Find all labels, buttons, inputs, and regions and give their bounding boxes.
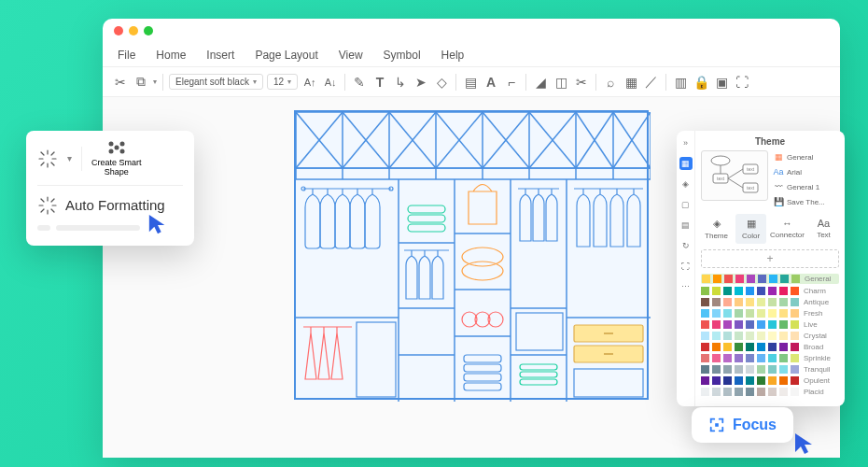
color-swatch[interactable]: [768, 298, 777, 306]
text-icon[interactable]: T: [371, 74, 388, 91]
font-style-icon[interactable]: A: [483, 74, 499, 91]
color-swatch[interactable]: [791, 365, 799, 374]
focus-button[interactable]: Focus: [692, 407, 793, 443]
color-swatch[interactable]: [735, 343, 743, 351]
menu-view[interactable]: View: [339, 49, 363, 62]
color-swatch[interactable]: [768, 376, 777, 385]
color-swatch[interactable]: [768, 332, 777, 340]
theme-tab-theme[interactable]: ◈Theme: [701, 214, 732, 244]
color-swatch[interactable]: [712, 332, 721, 340]
color-swatch[interactable]: [701, 332, 709, 340]
color-swatch[interactable]: [746, 343, 754, 351]
color-swatch[interactable]: [746, 309, 754, 318]
connector-icon[interactable]: ↳: [392, 74, 409, 91]
minimize-dot[interactable]: [129, 26, 138, 35]
palette-row[interactable]: Tranquil: [701, 365, 839, 374]
palette-row[interactable]: Fresh: [701, 309, 839, 318]
color-swatch[interactable]: [735, 332, 743, 340]
color-swatch[interactable]: [723, 388, 732, 396]
color-swatch[interactable]: [757, 354, 765, 362]
increase-font-icon[interactable]: A↑: [301, 74, 318, 91]
color-swatch[interactable]: [735, 287, 743, 295]
pen-icon[interactable]: ✎: [351, 74, 368, 91]
theme-tab-color[interactable]: ▦Color: [735, 214, 766, 244]
color-swatch[interactable]: [779, 320, 788, 329]
spark-icon[interactable]: [37, 149, 58, 169]
color-swatch[interactable]: [746, 298, 754, 306]
maximize-dot[interactable]: [144, 26, 153, 35]
color-swatch[interactable]: [735, 309, 743, 318]
color-swatch[interactable]: [779, 388, 788, 396]
color-swatch[interactable]: [779, 343, 788, 351]
color-swatch[interactable]: [712, 354, 721, 362]
layout-icon[interactable]: ▥: [672, 74, 689, 91]
color-swatch[interactable]: [746, 320, 754, 329]
color-swatch[interactable]: [735, 388, 743, 396]
color-swatch[interactable]: [723, 287, 732, 295]
fullscreen-icon[interactable]: ⛶: [679, 260, 693, 273]
color-swatch[interactable]: [712, 309, 721, 318]
color-swatch[interactable]: [746, 376, 754, 385]
menu-symbol[interactable]: Symbol: [384, 49, 421, 62]
theme-tab-text[interactable]: AaText: [808, 214, 839, 244]
color-swatch[interactable]: [723, 309, 732, 318]
color-swatch[interactable]: [735, 320, 743, 329]
decrease-font-icon[interactable]: A↓: [322, 74, 339, 91]
color-swatch[interactable]: [701, 309, 709, 318]
color-swatch[interactable]: [768, 343, 777, 351]
color-swatch[interactable]: [723, 376, 732, 385]
color-swatch[interactable]: [746, 365, 754, 374]
color-swatch[interactable]: [757, 332, 765, 340]
color-swatch[interactable]: [712, 343, 721, 351]
lock-icon[interactable]: 🔒: [693, 74, 709, 91]
color-swatch[interactable]: [712, 320, 721, 329]
shape-icon[interactable]: ◇: [433, 74, 450, 91]
palette-row[interactable]: Placid: [701, 388, 839, 396]
palette-row[interactable]: Crystal: [701, 332, 839, 340]
chevron-down-icon[interactable]: ▾: [67, 153, 72, 163]
color-swatch[interactable]: [757, 309, 765, 318]
preview-item[interactable]: AaArial: [772, 165, 839, 178]
palette-row[interactable]: Broad: [701, 343, 839, 351]
color-swatch[interactable]: [779, 365, 788, 374]
crop-icon[interactable]: ✂: [573, 74, 590, 91]
color-swatch[interactable]: [746, 332, 754, 340]
preview-item[interactable]: ▦General: [772, 150, 839, 163]
palette-row[interactable]: Charm: [701, 287, 839, 295]
grid-icon[interactable]: ▦: [623, 74, 639, 91]
shadow-icon[interactable]: ◫: [553, 74, 569, 91]
palette-row[interactable]: Live: [701, 320, 839, 329]
menu-help[interactable]: Help: [441, 49, 465, 62]
round-corner-icon[interactable]: ⌐: [503, 74, 520, 91]
color-swatch[interactable]: [757, 388, 765, 396]
color-swatch[interactable]: [723, 332, 732, 340]
color-swatch[interactable]: [791, 343, 799, 351]
color-swatch[interactable]: [779, 376, 788, 385]
color-swatch[interactable]: [701, 287, 709, 295]
font-size-select[interactable]: 12 ▾: [267, 74, 298, 90]
color-swatch[interactable]: [757, 320, 765, 329]
theme-tab-icon[interactable]: ▦: [679, 157, 693, 170]
color-swatch[interactable]: [701, 376, 709, 385]
color-swatch[interactable]: [791, 298, 799, 306]
history-icon[interactable]: ↻: [679, 239, 693, 252]
color-swatch[interactable]: [701, 354, 709, 362]
color-swatch[interactable]: [791, 388, 799, 396]
theme-tab-connector[interactable]: ↔Connector: [770, 214, 805, 244]
color-swatch[interactable]: [701, 365, 709, 374]
color-swatch[interactable]: [701, 388, 709, 396]
color-swatch[interactable]: [791, 287, 799, 295]
collapse-icon[interactable]: »: [679, 136, 693, 149]
color-swatch[interactable]: [747, 275, 755, 283]
color-swatch[interactable]: [768, 320, 777, 329]
more-icon[interactable]: ⋯: [679, 280, 693, 293]
color-swatch[interactable]: [779, 332, 788, 340]
menu-home[interactable]: Home: [156, 49, 186, 62]
color-swatch[interactable]: [780, 275, 789, 283]
menu-page-layout[interactable]: Page Layout: [255, 49, 317, 62]
color-swatch[interactable]: [735, 275, 744, 283]
cut-icon[interactable]: ✂: [112, 74, 129, 91]
color-swatch[interactable]: [723, 320, 732, 329]
color-swatch[interactable]: [791, 354, 799, 362]
color-swatch[interactable]: [768, 388, 777, 396]
